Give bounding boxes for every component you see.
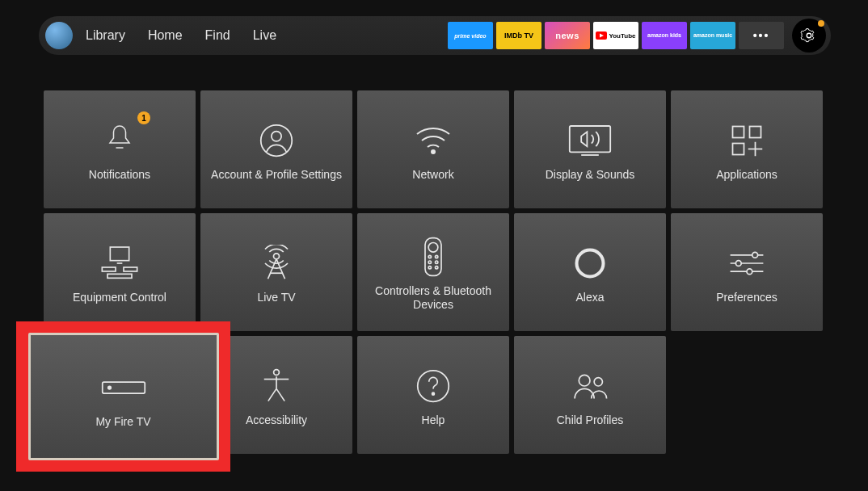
alexa-ring-icon <box>572 246 608 281</box>
tile-label: Network <box>412 168 453 183</box>
svg-point-49 <box>107 387 111 390</box>
user-circle-icon <box>259 124 293 157</box>
tile-equipment[interactable]: Equipment Control <box>44 213 196 331</box>
tile-label: Preferences <box>716 291 777 305</box>
tv-sound-icon <box>568 124 612 157</box>
sliders-icon <box>727 250 766 277</box>
svg-rect-15 <box>110 247 129 261</box>
nav-tab-home[interactable]: Home <box>148 28 183 43</box>
svg-point-6 <box>432 150 435 153</box>
child-profiles-icon <box>571 370 609 402</box>
remote-icon <box>423 237 443 277</box>
svg-point-20 <box>274 254 280 259</box>
svg-rect-19 <box>107 275 132 279</box>
tile-label: Notifications <box>89 168 150 183</box>
profile-avatar[interactable] <box>45 22 73 49</box>
nav-tabs: Library Home Find Live <box>86 28 276 43</box>
svg-point-26 <box>428 255 431 258</box>
svg-rect-17 <box>102 267 116 271</box>
settings-notification-dot <box>818 20 824 27</box>
equipment-icon <box>99 246 140 281</box>
app-tile-prime-video[interactable]: prime video <box>448 22 493 49</box>
tile-display[interactable]: Display & Sounds <box>514 90 666 208</box>
svg-marker-8 <box>581 132 587 146</box>
tile-label: Help <box>422 413 445 428</box>
app-tile-amazon-kids[interactable]: amazon kids <box>642 22 687 49</box>
svg-rect-12 <box>733 144 744 155</box>
tile-label: Alexa <box>575 291 604 305</box>
gear-icon <box>800 27 818 44</box>
app-tile-imdb-tv[interactable]: IMDb TV <box>496 22 541 49</box>
svg-rect-7 <box>570 126 610 152</box>
svg-rect-10 <box>733 127 744 138</box>
app-tile-amazon-music[interactable]: amazon music <box>690 22 735 49</box>
nav-tab-find[interactable]: Find <box>205 28 230 43</box>
svg-line-42 <box>268 389 276 401</box>
tile-applications[interactable]: Applications <box>671 90 823 208</box>
tile-label: Equipment Control <box>73 291 166 305</box>
svg-point-29 <box>436 261 438 263</box>
svg-point-2 <box>807 33 811 38</box>
tile-alexa[interactable]: Alexa <box>514 213 666 331</box>
tile-livetv[interactable]: Live TV <box>200 213 352 331</box>
antenna-icon <box>259 245 293 282</box>
svg-point-27 <box>436 255 438 258</box>
accessibility-icon <box>260 368 293 404</box>
nav-tab-library[interactable]: Library <box>86 28 125 43</box>
tile-label: Applications <box>716 168 777 183</box>
tile-label: Display & Sounds <box>546 168 635 183</box>
app-tile-more[interactable]: ••• <box>739 22 784 49</box>
bell-icon <box>105 123 134 158</box>
tile-my-fire-tv[interactable]: My Fire TV <box>28 333 219 460</box>
tile-label: Account & Profile Settings <box>211 168 342 183</box>
svg-point-39 <box>274 370 280 376</box>
app-shortcut-row: prime video IMDb TV news YouTube amazon … <box>448 19 826 52</box>
apps-icon <box>730 124 764 157</box>
highlight-frame: My Fire TV <box>16 321 230 472</box>
tile-label: Accessibility <box>246 413 307 428</box>
tile-help[interactable]: Help <box>357 336 509 454</box>
svg-point-31 <box>436 266 438 268</box>
svg-point-5 <box>272 132 281 141</box>
svg-point-38 <box>747 269 752 275</box>
svg-point-32 <box>577 250 604 277</box>
svg-point-30 <box>428 266 431 268</box>
tile-child-profiles[interactable]: Child Profiles <box>514 336 666 454</box>
svg-rect-11 <box>750 127 761 138</box>
svg-rect-24 <box>425 237 441 275</box>
tile-account[interactable]: Account & Profile Settings <box>200 90 352 208</box>
svg-rect-18 <box>124 267 137 271</box>
settings-button[interactable] <box>792 19 826 52</box>
wifi-icon <box>414 124 453 157</box>
help-circle-icon <box>416 369 450 403</box>
tile-label: Child Profiles <box>557 413 623 428</box>
tile-network[interactable]: Network <box>357 90 509 208</box>
svg-point-47 <box>594 378 602 386</box>
app-tile-news[interactable]: news <box>545 22 590 49</box>
svg-point-46 <box>579 376 590 387</box>
app-tile-youtube[interactable]: YouTube <box>593 22 638 49</box>
firetv-box-icon <box>101 380 146 396</box>
tile-label: My Fire TV <box>95 415 150 430</box>
svg-point-34 <box>752 253 758 258</box>
svg-point-25 <box>428 242 438 252</box>
svg-line-43 <box>276 389 284 401</box>
tile-notifications[interactable]: 1 Notifications <box>44 90 196 208</box>
tile-label: Controllers & Bluetooth Devices <box>364 284 503 313</box>
tile-label: Live TV <box>257 291 295 305</box>
tile-preferences[interactable]: Preferences <box>671 213 823 331</box>
svg-point-36 <box>735 261 741 266</box>
nav-tab-live[interactable]: Live <box>253 28 276 43</box>
top-navbar: Library Home Find Live prime video IMDb … <box>39 16 831 55</box>
notifications-badge: 1 <box>137 111 150 124</box>
svg-point-45 <box>432 392 435 395</box>
svg-point-28 <box>428 261 431 263</box>
tile-controllers[interactable]: Controllers & Bluetooth Devices <box>357 213 509 331</box>
svg-point-44 <box>418 371 449 402</box>
